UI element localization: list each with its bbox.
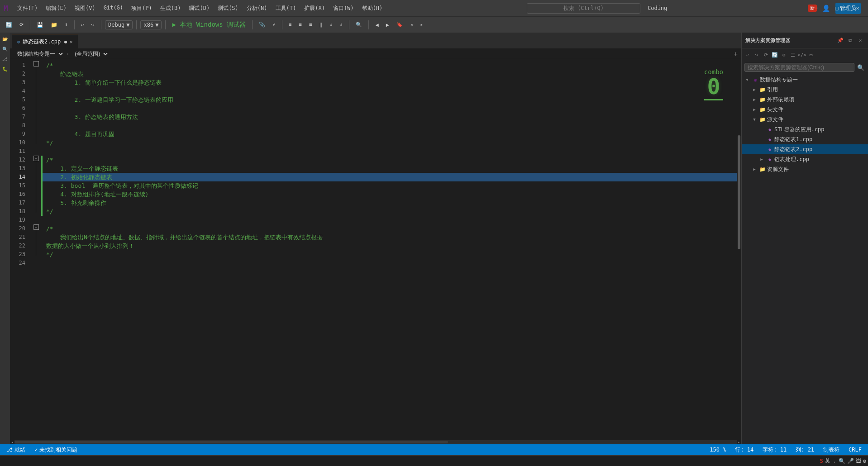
tree-expand-project[interactable]: ▼ <box>744 76 751 83</box>
status-char[interactable]: 字符: 11 <box>760 444 789 455</box>
toolbar-perf[interactable]: ⚡ <box>270 21 278 29</box>
toolbar-bm-prev[interactable]: ◂ <box>407 21 416 29</box>
ime-img[interactable]: 🖼 <box>856 458 861 464</box>
toolbar-bm-next[interactable]: ▸ <box>418 21 426 29</box>
code-content[interactable]: /* 静态链表 1. 简单介绍一下什么是静态链表 2. 一道 <box>43 59 737 440</box>
tree-expand-headers[interactable]: ▶ <box>751 106 758 113</box>
tree-item-resources[interactable]: ▶ 📁 资源文件 <box>742 164 868 174</box>
tab-close-button[interactable]: ✕ <box>70 39 72 44</box>
collapse-20[interactable]: − <box>33 224 39 230</box>
collapse-12[interactable]: − <box>33 156 39 161</box>
menu-build[interactable]: 生成(B) <box>157 3 185 14</box>
toolbar-save[interactable]: 💾 <box>34 21 46 29</box>
toolbar-align1[interactable]: ≡ <box>286 21 295 29</box>
toolbar-publish[interactable]: ⬆ <box>62 21 71 29</box>
activity-search[interactable]: 🔍 <box>0 44 10 53</box>
debug-config-dropdown[interactable]: Debug ▼ <box>105 20 133 29</box>
se-forward-button[interactable]: ↪ <box>753 51 761 59</box>
scrollbar-thumb[interactable] <box>738 135 740 249</box>
se-search-icon[interactable]: 🔍 <box>856 63 865 72</box>
breadcrumb-project-dropdown[interactable]: 数据结构专题一 <box>14 49 64 58</box>
platform-dropdown[interactable]: x86 ▼ <box>140 20 162 29</box>
hscroll-left[interactable]: ◂ <box>10 440 14 444</box>
toolbar-save-all[interactable]: 📁 <box>48 21 60 29</box>
toolbar-attach[interactable]: 📎 <box>256 21 268 29</box>
status-git-branch[interactable]: ⎇ 就绪 <box>4 444 28 455</box>
search-box[interactable]: 搜索 (Ctrl+Q) <box>527 3 640 14</box>
breadcrumb-scope-dropdown[interactable]: (全局范围) <box>71 49 109 58</box>
tree-item-llprocess[interactable]: ▶ ◆ 链表处理.cpp <box>742 154 868 164</box>
tree-expand-source[interactable]: ▼ <box>751 116 758 123</box>
tree-expand-resources[interactable]: ▶ <box>751 166 758 173</box>
status-issues[interactable]: ✓ 未找到相关问题 <box>32 444 80 455</box>
toolbar-find[interactable]: 🔍 <box>353 21 365 29</box>
activity-debug[interactable]: 🐛 <box>0 64 10 73</box>
hscroll-right[interactable]: ▸ <box>737 440 741 444</box>
ime-lang[interactable]: 英 <box>825 457 830 464</box>
menu-git[interactable]: Git(G) <box>100 3 127 14</box>
menu-edit[interactable]: 编辑(E) <box>42 3 70 14</box>
run-button[interactable]: ▶ 本地 Windows 调试器 <box>169 20 248 30</box>
se-refresh-button[interactable]: 🔄 <box>771 51 779 59</box>
menu-extensions[interactable]: 扩展(X) <box>300 3 329 14</box>
vertical-scrollbar[interactable] <box>737 59 741 440</box>
se-float-button[interactable]: ⧉ <box>846 36 854 44</box>
close-button[interactable]: ✕ <box>847 0 868 16</box>
horizontal-scrollbar-track[interactable] <box>14 440 737 444</box>
menu-window[interactable]: 窗口(W) <box>329 3 358 14</box>
tree-item-ext-deps[interactable]: ▶ 📁 外部依赖项 <box>742 95 868 105</box>
tree-expand-ref[interactable]: ▶ <box>751 86 758 93</box>
minimize-button[interactable]: ─ <box>806 0 826 16</box>
se-back-button[interactable]: ↩ <box>744 51 752 59</box>
toolbar-undo[interactable]: ↩ <box>78 21 87 29</box>
tree-item-project[interactable]: ▼ ◉ 数据结构专题一 <box>742 75 868 85</box>
toolbar-open[interactable]: ⟳ <box>17 21 26 29</box>
toolbar-align3[interactable]: ≡ <box>306 21 315 29</box>
se-pin-button[interactable]: 📌 <box>836 36 844 44</box>
status-line-ending[interactable]: CRLF <box>846 444 864 455</box>
toolbar-redo[interactable]: ↪ <box>89 21 97 29</box>
ime-settings[interactable]: ⚙ <box>863 458 866 464</box>
toolbar-nav-back[interactable]: ◀ <box>372 21 381 29</box>
code-editor[interactable]: 1 2 3 4 5 6 7 8 9 10 11 12 13 14 15 16 1… <box>10 59 741 440</box>
breadcrumb-add-button[interactable]: + <box>734 50 738 57</box>
horizontal-scrollbar-thumb[interactable] <box>14 441 448 443</box>
se-preview-button[interactable]: ▭ <box>807 51 815 59</box>
menu-help[interactable]: 帮助(H) <box>358 3 386 14</box>
tab-staticlinkedlist2[interactable]: ⊕ 静态链表2.cpp ✕ <box>12 35 78 48</box>
toolbar-align2[interactable]: ≡ <box>296 21 305 29</box>
activity-explorer[interactable]: 📂 <box>0 34 10 43</box>
tree-item-ll1[interactable]: ◆ 静态链表1.cpp <box>742 134 868 144</box>
toolbar-align6[interactable]: ⇕ <box>337 21 346 29</box>
menu-test[interactable]: 测试(S) <box>214 3 242 14</box>
se-code-button[interactable]: </> <box>798 51 806 59</box>
toolbar-bookmark[interactable]: 🔖 <box>394 21 405 29</box>
toolbar-new[interactable]: 🔄 <box>3 21 15 29</box>
maximize-button[interactable]: □ <box>826 0 847 16</box>
se-settings-button[interactable]: ⚙ <box>780 51 788 59</box>
menu-project[interactable]: 项目(P) <box>128 3 156 14</box>
tree-item-references[interactable]: ▶ 📁 引用 <box>742 85 868 95</box>
status-encoding[interactable]: 制表符 <box>820 444 842 455</box>
se-search-input[interactable] <box>744 63 854 72</box>
menu-tools[interactable]: 工具(T) <box>272 3 300 14</box>
menu-analyze[interactable]: 分析(N) <box>243 3 271 14</box>
toolbar-align4[interactable]: ‖ <box>317 21 325 29</box>
ime-search[interactable]: 🔍 <box>839 458 845 464</box>
se-filter-button[interactable]: ☰ <box>789 51 797 59</box>
activity-git[interactable]: ⎇ <box>0 54 10 63</box>
collapse-1[interactable]: − <box>33 61 39 67</box>
tree-item-headers[interactable]: ▶ 📁 头文件 <box>742 105 868 114</box>
tree-expand-ext[interactable]: ▶ <box>751 96 758 103</box>
ime-mic[interactable]: 🎤 <box>847 458 854 464</box>
tree-item-source[interactable]: ▼ 📁 源文件 <box>742 114 868 124</box>
tree-expand-llprocess[interactable]: ▶ <box>758 156 765 163</box>
tree-item-stl[interactable]: ◆ STL容器的应用.cpp <box>742 124 868 134</box>
tree-item-ll2[interactable]: ◆ 静态链表2.cpp <box>742 144 868 154</box>
se-close-button[interactable]: ✕ <box>856 36 864 44</box>
menu-debug[interactable]: 调试(D) <box>185 3 213 14</box>
se-sync-button[interactable]: ⟳ <box>762 51 770 59</box>
status-col[interactable]: 列: 21 <box>793 444 817 455</box>
status-line[interactable]: 行: 14 <box>732 444 756 455</box>
menu-view[interactable]: 视图(V) <box>71 3 99 14</box>
